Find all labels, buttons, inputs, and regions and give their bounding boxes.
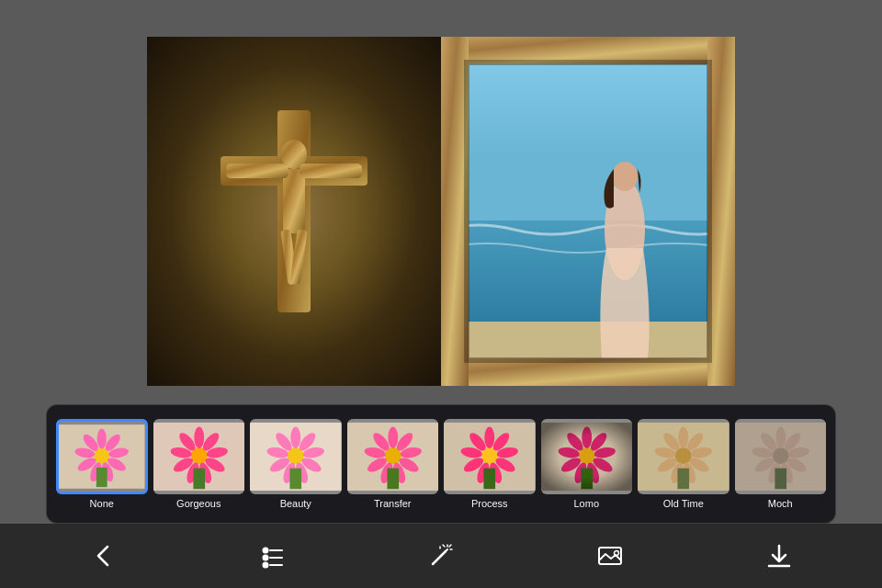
- filter-lomo-label: Lomo: [541, 498, 633, 509]
- svg-point-44: [290, 426, 300, 448]
- filter-transfer-label: Transfer: [347, 498, 439, 509]
- photo-right: [441, 37, 735, 386]
- svg-rect-9: [441, 220, 735, 331]
- magic-button[interactable]: [418, 533, 464, 579]
- filter-old-time[interactable]: Old Time: [638, 419, 729, 509]
- filter-beauty[interactable]: Beauty: [250, 419, 342, 509]
- filter-old-time-thumbnail: [638, 419, 729, 494]
- filter-transfer-thumbnail: [347, 419, 439, 494]
- filter-none[interactable]: None: [56, 419, 148, 509]
- filter-beauty-label: Beauty: [250, 498, 342, 509]
- svg-rect-29: [96, 468, 107, 487]
- filter-old-time-label: Old Time: [638, 498, 729, 509]
- filter-process-label: Process: [444, 498, 536, 509]
- svg-point-119: [264, 563, 268, 568]
- composite-image: [147, 37, 735, 459]
- svg-point-20: [97, 428, 107, 448]
- svg-line-121: [433, 551, 446, 564]
- svg-point-12: [612, 162, 638, 191]
- svg-rect-5: [300, 164, 362, 178]
- svg-rect-4: [226, 164, 288, 178]
- svg-rect-3: [283, 169, 305, 233]
- filter-none-thumbnail: [56, 419, 148, 494]
- svg-line-122: [446, 549, 447, 551]
- svg-point-105: [775, 426, 786, 448]
- gallery-button[interactable]: [587, 533, 633, 579]
- svg-point-32: [194, 426, 204, 448]
- svg-rect-65: [387, 469, 399, 490]
- svg-rect-8: [441, 37, 735, 239]
- filter-beauty-thumbnail: [250, 419, 342, 494]
- filter-none-label: None: [56, 498, 148, 509]
- svg-rect-53: [289, 469, 301, 490]
- filter-moch-label: Moch: [735, 498, 827, 509]
- svg-point-115: [264, 548, 268, 553]
- crucifix-svg: [202, 92, 386, 331]
- filters-button[interactable]: [249, 533, 295, 579]
- svg-rect-77: [483, 469, 495, 490]
- filter-gorgeous-thumbnail: [153, 419, 245, 494]
- filter-lomo-thumbnail: [541, 419, 633, 494]
- svg-point-56: [388, 426, 398, 448]
- svg-rect-128: [599, 548, 621, 564]
- download-button[interactable]: [756, 533, 802, 579]
- back-button[interactable]: [80, 533, 126, 579]
- filter-process-thumbnail: [444, 419, 536, 494]
- filter-strip: None: [46, 404, 836, 524]
- svg-rect-114: [775, 469, 786, 490]
- filter-transfer[interactable]: Transfer: [347, 419, 439, 509]
- filter-moch[interactable]: Moch: [735, 419, 827, 509]
- svg-point-117: [264, 556, 268, 560]
- svg-rect-90: [541, 423, 633, 491]
- filter-process[interactable]: Process: [444, 419, 536, 509]
- svg-point-93: [678, 426, 688, 448]
- filter-gorgeous-label: Gorgeous: [153, 498, 245, 509]
- filter-lomo[interactable]: Lomo: [541, 419, 633, 509]
- svg-line-125: [449, 545, 451, 547]
- svg-line-126: [443, 545, 445, 547]
- filter-moch-thumbnail: [735, 419, 827, 494]
- svg-rect-102: [677, 469, 689, 490]
- svg-point-68: [484, 426, 494, 448]
- photo-left: [147, 37, 441, 386]
- bottom-toolbar: [0, 524, 882, 588]
- svg-point-129: [615, 551, 619, 556]
- filter-gorgeous[interactable]: Gorgeous: [153, 419, 245, 509]
- svg-rect-41: [193, 469, 205, 490]
